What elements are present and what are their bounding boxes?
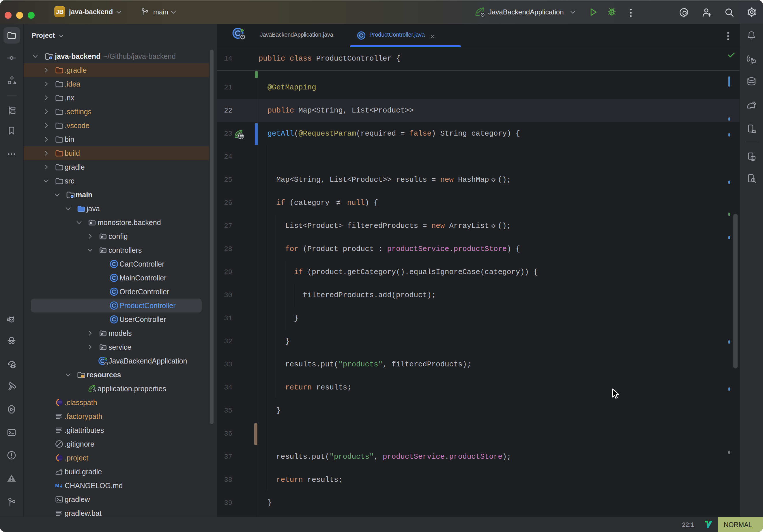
svg-text:M: M	[55, 483, 59, 488]
